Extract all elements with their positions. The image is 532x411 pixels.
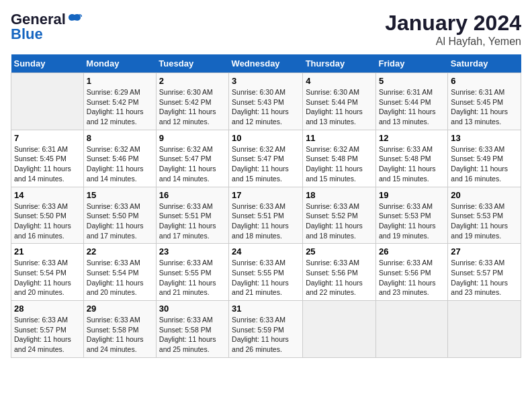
calendar-cell: 30Sunrise: 6:33 AM Sunset: 5:58 PM Dayli… xyxy=(156,301,228,358)
day-info: Sunrise: 6:33 AM Sunset: 5:48 PM Dayligh… xyxy=(379,144,445,184)
day-number: 30 xyxy=(159,304,226,314)
calendar-cell: 22Sunrise: 6:33 AM Sunset: 5:54 PM Dayli… xyxy=(83,244,156,301)
day-number: 14 xyxy=(14,190,81,200)
calendar-week-row: 14Sunrise: 6:33 AM Sunset: 5:50 PM Dayli… xyxy=(11,187,521,244)
calendar-cell: 20Sunrise: 6:33 AM Sunset: 5:53 PM Dayli… xyxy=(448,187,521,244)
calendar-cell: 16Sunrise: 6:33 AM Sunset: 5:51 PM Dayli… xyxy=(156,187,228,244)
calendar-cell: 31Sunrise: 6:33 AM Sunset: 5:59 PM Dayli… xyxy=(229,301,303,358)
calendar-table: SundayMondayTuesdayWednesdayThursdayFrid… xyxy=(11,54,521,358)
day-info: Sunrise: 6:33 AM Sunset: 5:53 PM Dayligh… xyxy=(451,201,518,241)
day-info: Sunrise: 6:30 AM Sunset: 5:44 PM Dayligh… xyxy=(306,87,373,127)
calendar-cell: 9Sunrise: 6:32 AM Sunset: 5:47 PM Daylig… xyxy=(156,130,228,187)
calendar-cell: 14Sunrise: 6:33 AM Sunset: 5:50 PM Dayli… xyxy=(11,187,84,244)
calendar-cell: 12Sunrise: 6:33 AM Sunset: 5:48 PM Dayli… xyxy=(375,130,447,187)
day-number: 5 xyxy=(379,76,445,86)
day-info: Sunrise: 6:31 AM Sunset: 5:45 PM Dayligh… xyxy=(451,87,518,127)
day-info: Sunrise: 6:32 AM Sunset: 5:48 PM Dayligh… xyxy=(306,144,373,184)
calendar-cell: 2Sunrise: 6:30 AM Sunset: 5:42 PM Daylig… xyxy=(156,73,228,130)
calendar-cell xyxy=(375,301,447,358)
day-number: 6 xyxy=(451,76,518,86)
day-number: 16 xyxy=(159,190,226,200)
day-info: Sunrise: 6:33 AM Sunset: 5:51 PM Dayligh… xyxy=(232,201,300,241)
logo-bird-icon xyxy=(67,12,82,27)
day-info: Sunrise: 6:32 AM Sunset: 5:46 PM Dayligh… xyxy=(87,144,153,184)
day-number: 25 xyxy=(306,246,373,257)
calendar-cell: 8Sunrise: 6:32 AM Sunset: 5:46 PM Daylig… xyxy=(83,130,156,187)
header-day-tuesday: Tuesday xyxy=(156,54,228,73)
calendar-cell xyxy=(448,301,521,358)
day-info: Sunrise: 6:33 AM Sunset: 5:57 PM Dayligh… xyxy=(14,315,81,355)
header-day-sunday: Sunday xyxy=(11,54,84,73)
day-number: 9 xyxy=(159,133,226,143)
day-number: 28 xyxy=(14,304,81,314)
day-info: Sunrise: 6:33 AM Sunset: 5:58 PM Dayligh… xyxy=(87,315,153,355)
day-number: 29 xyxy=(87,304,153,314)
calendar-week-row: 7Sunrise: 6:31 AM Sunset: 5:45 PM Daylig… xyxy=(11,130,521,187)
logo: General Blue xyxy=(11,11,82,43)
day-number: 22 xyxy=(87,246,153,257)
day-info: Sunrise: 6:33 AM Sunset: 5:58 PM Dayligh… xyxy=(159,315,226,355)
calendar-cell: 11Sunrise: 6:32 AM Sunset: 5:48 PM Dayli… xyxy=(303,130,376,187)
day-number: 11 xyxy=(306,133,373,143)
day-number: 17 xyxy=(232,190,300,200)
day-number: 18 xyxy=(306,190,373,200)
main-title: January 2024 xyxy=(385,11,521,36)
day-info: Sunrise: 6:29 AM Sunset: 5:42 PM Dayligh… xyxy=(87,87,153,127)
day-info: Sunrise: 6:31 AM Sunset: 5:45 PM Dayligh… xyxy=(14,144,81,184)
header-day-thursday: Thursday xyxy=(303,54,376,73)
calendar-cell: 1Sunrise: 6:29 AM Sunset: 5:42 PM Daylig… xyxy=(83,73,156,130)
day-info: Sunrise: 6:33 AM Sunset: 5:56 PM Dayligh… xyxy=(306,258,373,298)
calendar-cell: 28Sunrise: 6:33 AM Sunset: 5:57 PM Dayli… xyxy=(11,301,84,358)
page-header: General Blue January 2024 Al Hayfah, Yem… xyxy=(11,11,521,48)
day-number: 10 xyxy=(232,133,300,143)
calendar-cell: 25Sunrise: 6:33 AM Sunset: 5:56 PM Dayli… xyxy=(303,244,376,301)
day-info: Sunrise: 6:33 AM Sunset: 5:50 PM Dayligh… xyxy=(87,201,153,241)
day-number: 8 xyxy=(87,133,153,143)
calendar-cell: 15Sunrise: 6:33 AM Sunset: 5:50 PM Dayli… xyxy=(83,187,156,244)
day-number: 21 xyxy=(14,246,81,257)
day-number: 4 xyxy=(306,76,373,86)
header-day-wednesday: Wednesday xyxy=(229,54,303,73)
header-day-monday: Monday xyxy=(83,54,156,73)
sub-title: Al Hayfah, Yemen xyxy=(385,36,521,48)
calendar-cell: 17Sunrise: 6:33 AM Sunset: 5:51 PM Dayli… xyxy=(229,187,303,244)
day-info: Sunrise: 6:33 AM Sunset: 5:55 PM Dayligh… xyxy=(232,258,300,298)
calendar-cell: 23Sunrise: 6:33 AM Sunset: 5:55 PM Dayli… xyxy=(156,244,228,301)
day-info: Sunrise: 6:32 AM Sunset: 5:47 PM Dayligh… xyxy=(232,144,300,184)
day-info: Sunrise: 6:30 AM Sunset: 5:42 PM Dayligh… xyxy=(159,87,226,127)
calendar-cell xyxy=(303,301,376,358)
calendar-header-row: SundayMondayTuesdayWednesdayThursdayFrid… xyxy=(11,54,521,73)
day-number: 31 xyxy=(232,304,300,314)
calendar-week-row: 28Sunrise: 6:33 AM Sunset: 5:57 PM Dayli… xyxy=(11,301,521,358)
day-number: 15 xyxy=(87,190,153,200)
day-number: 2 xyxy=(159,76,226,86)
day-info: Sunrise: 6:33 AM Sunset: 5:49 PM Dayligh… xyxy=(451,144,518,184)
calendar-cell: 29Sunrise: 6:33 AM Sunset: 5:58 PM Dayli… xyxy=(83,301,156,358)
calendar-week-row: 21Sunrise: 6:33 AM Sunset: 5:54 PM Dayli… xyxy=(11,244,521,301)
day-number: 23 xyxy=(159,246,226,257)
calendar-cell xyxy=(11,73,84,130)
calendar-cell: 13Sunrise: 6:33 AM Sunset: 5:49 PM Dayli… xyxy=(448,130,521,187)
day-info: Sunrise: 6:33 AM Sunset: 5:50 PM Dayligh… xyxy=(14,201,81,241)
calendar-cell: 3Sunrise: 6:30 AM Sunset: 5:43 PM Daylig… xyxy=(229,73,303,130)
day-number: 24 xyxy=(232,246,300,257)
day-info: Sunrise: 6:33 AM Sunset: 5:57 PM Dayligh… xyxy=(451,258,518,298)
day-number: 1 xyxy=(87,76,153,86)
day-number: 3 xyxy=(232,76,300,86)
logo-blue: Blue xyxy=(11,26,43,43)
day-number: 7 xyxy=(14,133,81,143)
calendar-cell: 10Sunrise: 6:32 AM Sunset: 5:47 PM Dayli… xyxy=(229,130,303,187)
day-number: 27 xyxy=(451,246,518,257)
day-info: Sunrise: 6:33 AM Sunset: 5:51 PM Dayligh… xyxy=(159,201,226,241)
day-number: 13 xyxy=(451,133,518,143)
day-info: Sunrise: 6:33 AM Sunset: 5:56 PM Dayligh… xyxy=(379,258,445,298)
calendar-cell: 5Sunrise: 6:31 AM Sunset: 5:44 PM Daylig… xyxy=(375,73,447,130)
calendar-cell: 26Sunrise: 6:33 AM Sunset: 5:56 PM Dayli… xyxy=(375,244,447,301)
calendar-cell: 21Sunrise: 6:33 AM Sunset: 5:54 PM Dayli… xyxy=(11,244,84,301)
header-day-friday: Friday xyxy=(375,54,447,73)
day-number: 19 xyxy=(379,190,445,200)
day-info: Sunrise: 6:33 AM Sunset: 5:54 PM Dayligh… xyxy=(87,258,153,298)
calendar-week-row: 1Sunrise: 6:29 AM Sunset: 5:42 PM Daylig… xyxy=(11,73,521,130)
day-info: Sunrise: 6:33 AM Sunset: 5:53 PM Dayligh… xyxy=(379,201,445,241)
day-number: 26 xyxy=(379,246,445,257)
